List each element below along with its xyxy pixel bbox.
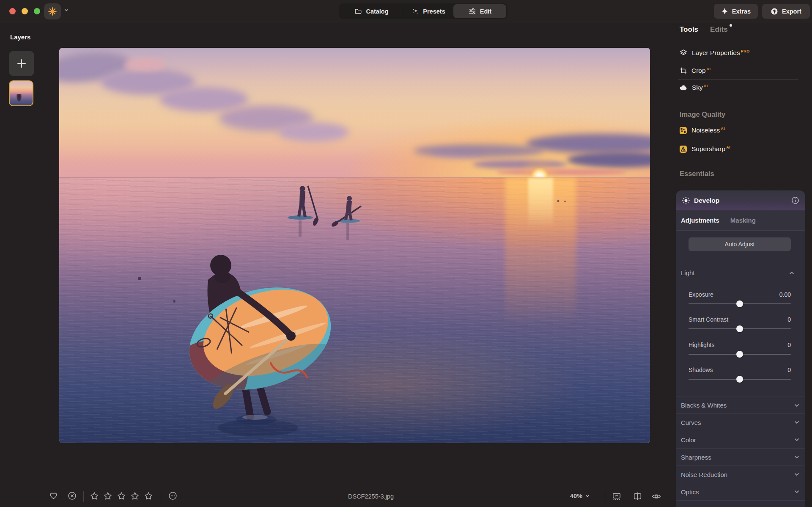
star-rating-2-icon[interactable] (103, 491, 112, 501)
reject-x-circle-icon[interactable] (68, 491, 77, 500)
folder-icon (354, 8, 362, 15)
develop-panel: Develop Adjustments Masking Auto Adjust … (676, 190, 805, 507)
zoom-level-label: 40% (570, 493, 582, 499)
paddleboarder-left (288, 186, 319, 237)
statusbar-separator (605, 491, 605, 502)
logo-chevron-down-icon[interactable] (63, 7, 69, 13)
tab-edits[interactable]: Edits (710, 25, 728, 34)
section-curves[interactable]: Curves (676, 414, 805, 431)
filmstrip-toggle-icon[interactable] (612, 491, 622, 501)
more-options-icon[interactable] (168, 491, 177, 500)
tab-adjustments[interactable]: Adjustments (681, 217, 719, 224)
slider-track[interactable] (689, 303, 791, 304)
close-window-button[interactable] (9, 8, 16, 14)
extras-label: Extras (732, 8, 751, 15)
export-button[interactable]: Export (762, 4, 810, 19)
slider-thumb[interactable] (736, 300, 743, 307)
slider-value: 0 (787, 316, 791, 323)
preview-eye-icon[interactable] (651, 491, 661, 501)
tab-tools[interactable]: Tools (680, 25, 698, 34)
section-noise-reduction[interactable]: Noise Reduction (676, 466, 805, 483)
slider-track[interactable] (689, 354, 791, 355)
tool-supersharp[interactable]: SupersharpAI (679, 143, 806, 154)
plus-icon (16, 58, 27, 69)
slider-thumb[interactable] (736, 351, 743, 358)
tool-label: NoiselessAI (691, 127, 725, 134)
star-rating-3-icon[interactable] (117, 491, 126, 501)
tab-presets[interactable]: Presets (404, 3, 453, 19)
slider-label: Exposure (689, 291, 713, 298)
tab-catalog[interactable]: Catalog (339, 3, 404, 19)
slider-label: Smart Contrast (689, 316, 728, 323)
tab-edit-active[interactable]: Edit (453, 4, 506, 18)
fullscreen-window-button[interactable] (34, 8, 40, 14)
chevron-down-icon (793, 402, 800, 409)
chevron-down-icon (793, 436, 800, 443)
sidebar-tabbar: Tools Edits (680, 25, 728, 34)
layers-panel-title: Layers (10, 33, 30, 41)
chevron-down-icon (793, 419, 800, 426)
favorite-heart-icon[interactable] (49, 491, 58, 500)
section-blacks-whites[interactable]: Blacks & Whites (676, 397, 805, 414)
sparkle-icon (721, 8, 728, 15)
minimize-window-button[interactable] (22, 8, 28, 14)
section-optics[interactable]: Optics (676, 483, 805, 501)
tool-layer-properties[interactable]: Layer PropertiesPRO (679, 47, 806, 58)
collapsed-sections: Blacks & Whites Curves Color Sharpness N… (676, 397, 805, 501)
chevron-down-icon (793, 488, 800, 495)
ai-badge: AI (721, 127, 725, 131)
chevron-down-icon (793, 454, 800, 460)
slider-value: 0.00 (779, 291, 791, 298)
layer-thumbnail-selected[interactable] (9, 80, 33, 106)
section-sharpness[interactable]: Sharpness (676, 449, 805, 466)
slider-track[interactable] (689, 379, 791, 380)
chevron-up-icon[interactable] (788, 270, 795, 276)
develop-header[interactable]: Develop (676, 190, 805, 210)
tab-presets-label: Presets (423, 8, 445, 15)
supersharp-icon (679, 145, 687, 153)
luminar-window: Catalog Presets (0, 0, 812, 507)
sidebar-divider (678, 79, 798, 80)
tab-masking[interactable]: Masking (730, 217, 756, 224)
slider-label: Shadows (689, 366, 713, 373)
ai-badge: AI (707, 67, 711, 71)
mode-tabgroup: Catalog Presets (339, 3, 508, 19)
titlebar: Catalog Presets (0, 0, 812, 23)
tool-noiseless[interactable]: NoiselessAI (679, 125, 806, 136)
before-after-split-icon[interactable] (633, 491, 642, 501)
light-section-header[interactable]: Light (681, 269, 800, 276)
star-rating-4-icon[interactable] (130, 491, 140, 501)
slider-value: 0 (787, 366, 791, 373)
luminar-star-icon (48, 7, 57, 16)
layers-icon (679, 49, 688, 57)
tool-label: CropAI (691, 67, 711, 74)
man-with-paddleboard (149, 255, 347, 436)
essentials-header: Essentials (680, 170, 714, 178)
slider-smart-contrast: Smart Contrast 0 (689, 316, 791, 336)
app-logo-button[interactable] (44, 3, 61, 19)
export-label: Export (782, 8, 801, 15)
star-rating-5-icon[interactable] (144, 491, 153, 501)
image-quality-header: Image Quality (680, 110, 725, 118)
noiseless-icon (679, 127, 687, 135)
photo-figures (59, 48, 650, 443)
tab-edit-label: Edit (480, 8, 491, 15)
tool-sky[interactable]: SkyAI (679, 82, 806, 93)
slider-thumb[interactable] (736, 376, 743, 383)
tool-crop[interactable]: CropAI (679, 65, 806, 76)
star-rating-1-icon[interactable] (90, 491, 99, 501)
cloud-icon (679, 83, 688, 92)
zoom-dropdown[interactable]: 40% (570, 493, 590, 499)
slider-track[interactable] (689, 328, 791, 329)
extras-button[interactable]: Extras (714, 4, 758, 19)
info-icon[interactable] (791, 196, 799, 204)
auto-adjust-button[interactable]: Auto Adjust (689, 237, 791, 251)
develop-sun-icon (682, 196, 690, 205)
section-color[interactable]: Color (676, 431, 805, 449)
add-layer-button[interactable] (9, 51, 34, 76)
crop-icon (679, 67, 687, 75)
photo-canvas[interactable] (59, 48, 650, 443)
develop-tabbar: Adjustments Masking (676, 210, 805, 231)
ai-badge: AI (704, 84, 708, 88)
slider-thumb[interactable] (736, 325, 743, 332)
